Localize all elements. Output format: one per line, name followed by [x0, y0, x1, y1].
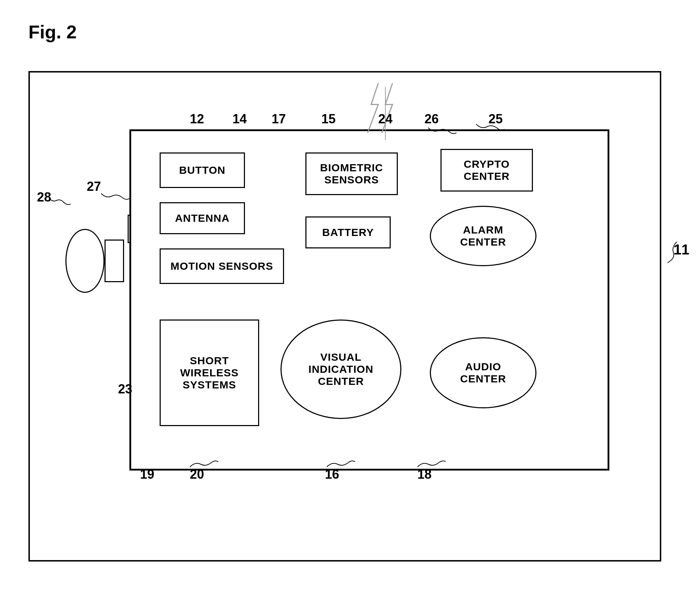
visual-indication-component: VISUAL INDICATION CENTER [280, 319, 401, 419]
ref-24: 24 [378, 112, 392, 127]
audio-center-component: AUDIO CENTER [430, 337, 536, 408]
antenna-component: ANTENNA [160, 202, 245, 234]
crypto-center-component: CRYPTO CENTER [440, 149, 533, 192]
ref-27: 27 [87, 179, 101, 194]
motion-sensors-component: MOTION SENSORS [160, 248, 284, 284]
squiggle-18 [417, 456, 446, 474]
ref-17: 17 [272, 112, 286, 127]
ref-19: 19 [140, 467, 154, 482]
squiggle-16 [327, 456, 355, 474]
camera-oval [65, 229, 105, 293]
ref-12: 12 [190, 112, 204, 127]
battery-component: BATTERY [305, 216, 391, 248]
alarm-center-component: ALARM CENTER [430, 206, 536, 266]
short-wireless-component: SHORT WIRELESS SYSTEMS [160, 319, 259, 426]
squiggle-27 [101, 193, 129, 208]
ref-15: 15 [321, 112, 336, 127]
outer-diagram-box: BUTTON ANTENNA MOTION SENSORS BIOMETRIC … [28, 71, 661, 562]
figure-title: Fig. 2 [28, 21, 77, 43]
squiggle-11 [659, 242, 680, 263]
squiggle-28 [49, 199, 71, 216]
biometric-sensors-component: BIOMETRIC SENSORS [305, 152, 398, 195]
squiggle-26 [428, 128, 456, 145]
ref-14: 14 [233, 112, 247, 127]
squiggle-20 [190, 456, 218, 474]
ref-26: 26 [424, 112, 439, 127]
camera-body [105, 240, 124, 282]
ref-23: 23 [118, 382, 132, 397]
inner-device-box: BUTTON ANTENNA MOTION SENSORS BIOMETRIC … [129, 129, 609, 471]
squiggle-25 [476, 124, 504, 142]
button-component: BUTTON [160, 152, 245, 188]
